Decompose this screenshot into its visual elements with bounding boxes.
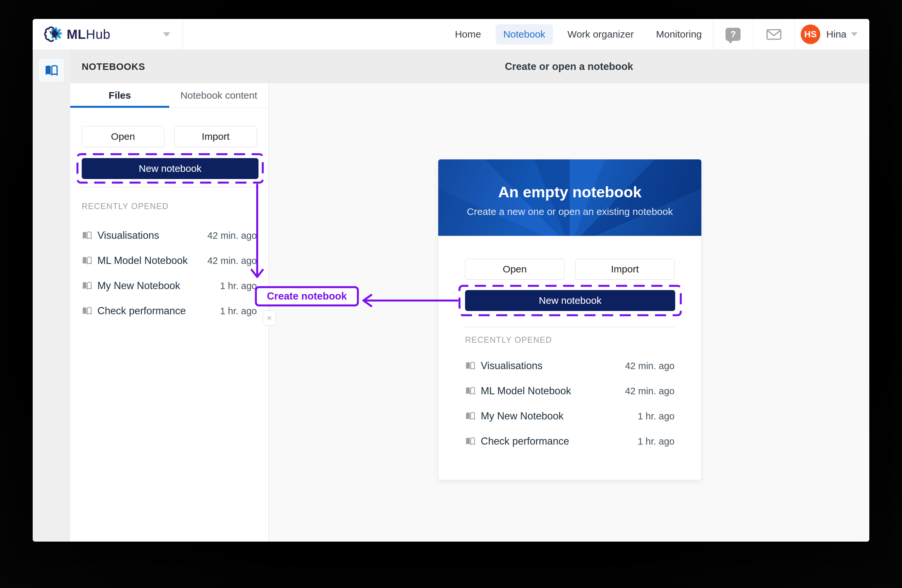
notebook-icon — [465, 412, 476, 421]
list-item[interactable]: ML Model Notebook 42 min. ago — [82, 252, 257, 269]
new-notebook-button[interactable]: New notebook — [82, 158, 258, 179]
notebook-time: 42 min. ago — [625, 386, 675, 397]
user-menu[interactable]: HS Hina — [795, 19, 869, 50]
tutorial-close-button[interactable]: × — [263, 310, 276, 325]
nav-item-work-organizer[interactable]: Work organizer — [559, 24, 642, 44]
open-book-icon — [44, 65, 58, 77]
avatar: HS — [801, 25, 820, 44]
list-item[interactable]: My New Notebook 1 hr. ago — [82, 278, 257, 294]
notebook-icon — [465, 437, 476, 446]
notebook-icon — [465, 387, 476, 395]
brand-logo[interactable]: MLHub — [33, 19, 150, 50]
notebook-icon — [82, 281, 92, 290]
tutorial-tooltip: Create notebook — [255, 286, 359, 307]
nav-item-home[interactable]: Home — [447, 24, 489, 44]
brand-wordmark: MLHub — [67, 27, 110, 42]
import-button[interactable]: Import — [575, 259, 675, 280]
notebook-time: 1 hr. ago — [220, 281, 257, 291]
import-button[interactable]: Import — [174, 126, 257, 147]
tab-notebook-content[interactable]: Notebook content — [169, 83, 268, 108]
notebook-icon — [82, 231, 92, 240]
app-window: MLHub Home Notebook Work organizer Monit… — [33, 19, 869, 542]
sidebar-panel-title: NOTEBOOKS — [82, 50, 145, 83]
mlhub-logo-icon — [44, 25, 63, 44]
empty-notebook-card: An empty notebook Create a new one or op… — [438, 159, 702, 480]
nav-item-notebook[interactable]: Notebook — [495, 24, 553, 44]
notebook-time: 1 hr. ago — [637, 436, 675, 447]
mail-icon — [766, 28, 782, 41]
open-button[interactable]: Open — [82, 126, 164, 147]
sidebar-content: Open Import New notebook RECENTLY OPENED… — [70, 126, 268, 319]
help-button[interactable]: ? — [713, 19, 753, 50]
notebook-name: Visualisations — [97, 230, 207, 241]
list-item[interactable]: Visualisations 42 min. ago — [465, 358, 675, 374]
notebook-time: 42 min. ago — [207, 255, 257, 266]
divider — [78, 187, 260, 187]
new-notebook-highlight: New notebook — [459, 285, 682, 316]
divider — [465, 327, 675, 327]
notebook-time: 1 hr. ago — [637, 411, 675, 422]
notebooks-sidebar: Files Notebook content Open Import New n… — [70, 83, 269, 542]
sidebar-tabs: Files Notebook content — [70, 83, 268, 108]
left-icon-rail — [33, 50, 70, 542]
card-body: Open Import New notebook RECENTLY OPENED… — [438, 259, 702, 449]
notebook-icon — [82, 256, 92, 265]
notebook-name: My New Notebook — [481, 410, 637, 422]
recently-opened-list: Visualisations 42 min. ago ML Model Note… — [465, 358, 675, 449]
primary-nav: Home Notebook Work organizer Monitoring — [444, 19, 713, 50]
list-item[interactable]: ML Model Notebook 42 min. ago — [465, 383, 675, 399]
screenshot-frame: MLHub Home Notebook Work organizer Monit… — [0, 0, 902, 588]
user-name: Hina — [826, 29, 846, 40]
chevron-down-icon — [851, 32, 858, 36]
notebook-name: ML Model Notebook — [97, 255, 207, 267]
help-icon: ? — [725, 28, 741, 41]
recently-opened-heading: RECENTLY OPENED — [465, 335, 675, 345]
notebook-icon — [82, 307, 92, 315]
list-item[interactable]: Check performance 1 hr. ago — [465, 433, 675, 449]
page-title: Create or open a notebook — [269, 50, 869, 83]
new-notebook-button[interactable]: New notebook — [465, 290, 675, 311]
nav-item-monitoring[interactable]: Monitoring — [648, 24, 709, 44]
notebook-name: Check performance — [97, 305, 220, 317]
chevron-down-icon — [163, 32, 170, 37]
workspace-switcher[interactable] — [150, 19, 183, 50]
messages-button[interactable] — [753, 19, 794, 50]
banner-subtitle: Create a new one or open an existing not… — [438, 206, 702, 217]
notebook-time: 1 hr. ago — [220, 306, 257, 316]
notebook-name: Check performance — [481, 435, 637, 447]
tab-files[interactable]: Files — [70, 83, 169, 108]
notebook-icon — [465, 361, 476, 370]
list-item[interactable]: Visualisations 42 min. ago — [82, 227, 257, 244]
banner-title: An empty notebook — [438, 160, 702, 201]
notebook-time: 42 min. ago — [207, 230, 257, 241]
open-button[interactable]: Open — [465, 259, 564, 280]
notebook-name: ML Model Notebook — [481, 385, 625, 397]
recently-opened-list: Visualisations 42 min. ago ML Model Note… — [82, 227, 257, 319]
notebook-name: Visualisations — [481, 360, 625, 372]
list-item[interactable]: Check performance 1 hr. ago — [82, 303, 257, 319]
card-banner: An empty notebook Create a new one or op… — [438, 160, 702, 236]
list-item[interactable]: My New Notebook 1 hr. ago — [465, 408, 675, 424]
notebooks-rail-button[interactable] — [38, 58, 64, 83]
notebook-time: 42 min. ago — [625, 361, 675, 371]
new-notebook-highlight: New notebook — [77, 153, 264, 184]
recently-opened-heading: RECENTLY OPENED — [82, 202, 257, 211]
notebook-name: My New Notebook — [97, 280, 220, 292]
top-nav-bar: MLHub Home Notebook Work organizer Monit… — [33, 19, 869, 50]
